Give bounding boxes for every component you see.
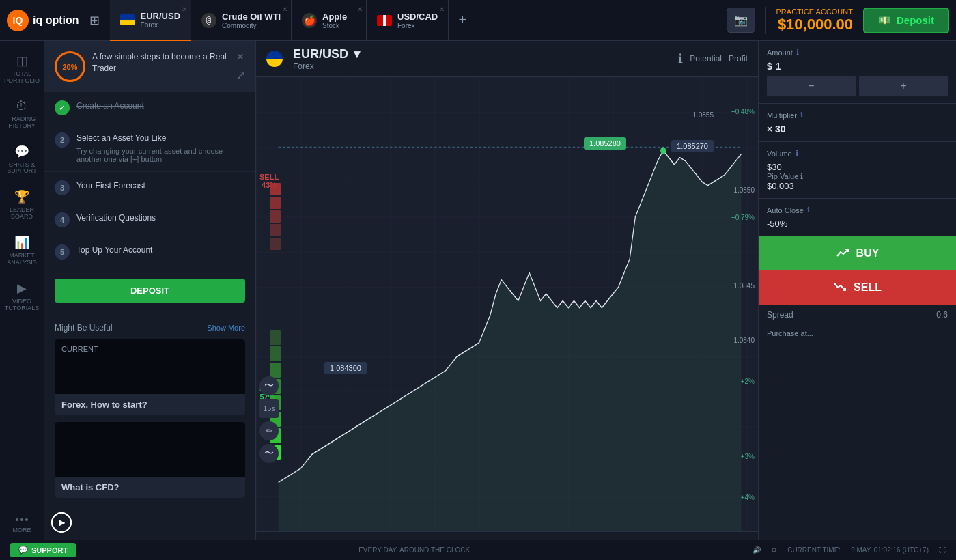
sidebar-item-portfolio[interactable]: ◫ TOTAL PORTFOLIO bbox=[0, 48, 44, 90]
tab-crudeoil[interactable]: ✕ 🛢 Crude Oil WTI Commodity bbox=[191, 0, 292, 41]
sidebar-item-chats[interactable]: 💬 CHATS &SUPPORT bbox=[0, 139, 44, 181]
settings-icon[interactable]: ⚙ bbox=[771, 546, 777, 554]
right-panel: Amount ℹ $ 1 − + Multiplier ℹ × 30 Volum… bbox=[758, 41, 956, 540]
step-4-item: 4 Verification Questions bbox=[44, 204, 255, 236]
dropdown-icon[interactable]: ▾ bbox=[354, 46, 360, 61]
spread-value: 0.6 bbox=[936, 310, 948, 320]
potential-profit-label2: Profit bbox=[729, 54, 748, 64]
step-5-item: 5 Top Up Your Account bbox=[44, 236, 255, 268]
chart-container: SELL 43% BUY 57% 1.0855 +0.48% 1.0850 +0… bbox=[256, 77, 758, 531]
topbar: IQ iq option ⊞ ✕ EUR/USD Forex ✕ 🛢 Crude… bbox=[0, 0, 956, 41]
pct-level-1: +0.48% bbox=[731, 108, 755, 115]
sidebar-videos-label: VIDEOTUTORIALS bbox=[5, 298, 39, 312]
current-time: 9 MAY, 01:02:16 (UTC+7) bbox=[851, 546, 929, 554]
sell-button[interactable]: SELL bbox=[759, 270, 956, 305]
divider bbox=[765, 7, 766, 34]
sell-label: SELL bbox=[854, 281, 882, 294]
grid-view-icon[interactable]: ⊞ bbox=[89, 13, 100, 28]
amount-label: Amount ℹ bbox=[767, 48, 948, 57]
support-button[interactable]: 💬 SUPPORT bbox=[10, 543, 76, 557]
pct-level-7: +4% bbox=[741, 494, 755, 501]
video-card-forex[interactable]: CURRENT Forex. How to start? ▶ bbox=[55, 339, 245, 415]
sidebar-item-videos[interactable]: ▶ VIDEOTUTORIALS bbox=[0, 275, 44, 318]
video-card-cfd[interactable]: What is CFD? ▶ bbox=[55, 422, 245, 498]
step-4-text: Verification Questions bbox=[76, 212, 156, 224]
show-more-button[interactable]: Show More bbox=[207, 324, 245, 332]
amount-plus-button[interactable]: + bbox=[859, 76, 948, 96]
pencil-icon[interactable]: ✏ bbox=[259, 421, 279, 440]
buy-button[interactable]: BUY bbox=[759, 236, 956, 270]
price-level-1: 1.0855 bbox=[692, 111, 714, 119]
tutorial-close-button[interactable]: ✕ bbox=[236, 51, 245, 62]
pip-label: Pip Value ℹ bbox=[767, 172, 948, 181]
price-level-3: 1.0845 bbox=[733, 282, 755, 290]
deposit-green-button[interactable]: DEPOSIT bbox=[55, 279, 245, 303]
pip-info-icon[interactable]: ℹ bbox=[800, 172, 803, 180]
video-title-cfd: What is CFD? bbox=[55, 477, 245, 498]
wave-icon[interactable]: 〜 bbox=[259, 376, 279, 395]
price-crosshair: 1.085280 bbox=[584, 137, 626, 150]
sidebar-history-label: TRADINGHISTORY bbox=[8, 116, 36, 130]
amount-minus-button[interactable]: − bbox=[767, 76, 856, 96]
svg-point-2 bbox=[660, 147, 666, 154]
tab-eurusd[interactable]: ✕ EUR/USD Forex bbox=[110, 0, 192, 41]
potential-profit-label: Potential bbox=[690, 54, 722, 64]
sell-icon bbox=[833, 281, 847, 294]
sidebar-more-label: MORE bbox=[13, 527, 31, 534]
sidebar-market-label: MARKETANALYSIS bbox=[7, 253, 36, 266]
tab-apple[interactable]: ✕ 🍎 Apple Stock bbox=[292, 0, 367, 41]
multiplier-info-icon[interactable]: ℹ bbox=[800, 111, 803, 120]
sidebar-portfolio-label: TOTAL PORTFOLIO bbox=[3, 71, 40, 85]
sidebar-item-history[interactable]: ⏱ TRADINGHISTORY bbox=[0, 94, 44, 135]
bottombar: 💬 SUPPORT EVERY DAY, AROUND THE CLOCK 🔊 … bbox=[0, 540, 956, 560]
chart-toolbar-left: 〜 15s ✏ 〜 bbox=[259, 376, 279, 463]
sidebar-item-leaderboard[interactable]: 🏆 LEADERBOARD bbox=[0, 184, 44, 226]
tab-usdcad[interactable]: ✕ USD/CAD Forex bbox=[367, 0, 449, 41]
amount-display: $ 1 bbox=[767, 61, 948, 72]
step-1-item: ✓ Create an Account bbox=[44, 92, 255, 124]
amount-section: Amount ℹ $ 1 − + bbox=[759, 41, 956, 104]
logo: IQ iq option bbox=[7, 10, 79, 31]
amount-info-icon[interactable]: ℹ bbox=[796, 48, 799, 57]
volume-icon[interactable]: 🔊 bbox=[753, 546, 761, 554]
tab-usdcad-name: USD/CAD bbox=[397, 12, 438, 22]
sidebar-leaderboard-label: LEADERBOARD bbox=[10, 207, 34, 221]
camera-button[interactable]: 📷 bbox=[727, 8, 755, 33]
tutorial-expand-button[interactable]: ⤢ bbox=[236, 69, 245, 82]
add-tab-button[interactable]: + bbox=[449, 0, 476, 41]
step-5-num: 5 bbox=[55, 244, 70, 260]
timer-label[interactable]: 15s bbox=[259, 399, 279, 418]
current-time-label: CURRENT TIME: bbox=[787, 546, 841, 554]
useful-title: Might Be Useful bbox=[55, 323, 113, 333]
amount-controls: − + bbox=[767, 76, 948, 96]
tab-eurusd-type: Forex bbox=[141, 21, 181, 29]
buy-icon bbox=[836, 247, 849, 260]
practice-label: PRACTICE ACCOUNT bbox=[776, 8, 853, 16]
price-low-label: 1.084300 bbox=[324, 362, 367, 374]
sidebar-item-market[interactable]: 📊 MARKETANALYSIS bbox=[0, 229, 44, 272]
close-icon[interactable]: ✕ bbox=[282, 5, 287, 13]
video-overlay-cfd bbox=[55, 422, 245, 477]
practice-account: PRACTICE ACCOUNT $10,000.00 bbox=[776, 8, 853, 33]
sidebar-item-more[interactable]: MORE bbox=[0, 513, 44, 540]
volume-value: $30 bbox=[767, 162, 948, 172]
close-icon[interactable]: ✕ bbox=[357, 5, 363, 13]
spread-label: Spread bbox=[767, 310, 793, 320]
deposit-button[interactable]: 💵 Deposit bbox=[863, 8, 949, 33]
step-3-num: 3 bbox=[55, 180, 70, 195]
tutorial-header-text: A few simple steps to become a Real Trad… bbox=[92, 51, 229, 74]
progress-circle: 20% bbox=[55, 51, 85, 82]
close-icon[interactable]: ✕ bbox=[182, 5, 187, 13]
bottom-right: 🔊 ⚙ CURRENT TIME: 9 MAY, 01:02:16 (UTC+7… bbox=[753, 546, 946, 554]
fullscreen-icon[interactable]: ⛶ bbox=[939, 546, 946, 554]
volume-info-icon[interactable]: ℹ bbox=[796, 149, 798, 158]
wave2-icon[interactable]: 〜 bbox=[259, 444, 279, 463]
flag-apple: 🍎 bbox=[302, 13, 317, 28]
chart-header: EUR/USD ▾ Forex ℹ Potential Profit bbox=[256, 41, 758, 77]
close-icon[interactable]: ✕ bbox=[439, 5, 445, 13]
multiplier-section: Multiplier ℹ × 30 bbox=[759, 104, 956, 142]
auto-close-info-icon[interactable]: ℹ bbox=[807, 206, 810, 214]
history-icon: ⏱ bbox=[16, 99, 28, 113]
pct-level-5: +2% bbox=[741, 378, 755, 385]
tab-usdcad-type: Forex bbox=[397, 22, 438, 29]
